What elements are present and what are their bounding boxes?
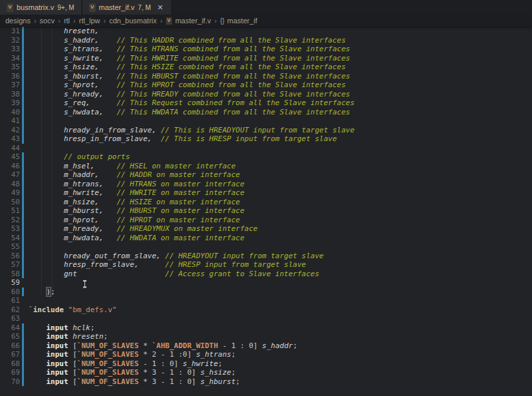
line-number[interactable]: 43 (0, 134, 20, 144)
code-text[interactable]: `include "bm_defs.v" (24, 305, 116, 315)
code-text[interactable]: s_htrans, // This HTRANS combined from a… (24, 45, 350, 54)
tab-busmatrix[interactable]: V busmatrix.v 9+, M (0, 0, 81, 15)
code-text[interactable]: input hclk; (24, 323, 94, 333)
code-text[interactable] (24, 116, 29, 126)
code-line[interactable]: 37 s_hprot, // This HPROT combined from … (0, 81, 532, 90)
code-text[interactable]: m_hready, // HREADYMUX on master interfa… (24, 224, 257, 234)
code-line[interactable]: 43 hresp_in_from_slave, // This is HRESP… (0, 134, 532, 144)
code-text[interactable]: input [`NUM_OF_SLAVES - 1 : 0] s_hwrite; (24, 359, 222, 369)
code-text[interactable]: hresetn, (24, 27, 99, 36)
line-number[interactable]: 49 (0, 188, 20, 198)
line-number[interactable]: 60 (0, 288, 20, 297)
code-text[interactable]: gnt // Access grant to Slave interfaces (24, 270, 319, 279)
line-number[interactable]: 42 (0, 126, 20, 135)
code-line[interactable]: 34 s_hwrite, // This HWRITE combined fro… (0, 54, 532, 63)
code-text[interactable] (24, 296, 29, 305)
line-number[interactable]: 39 (0, 99, 20, 108)
code-text[interactable]: s_hprot, // This HPROT combined from all… (24, 81, 346, 90)
code-line[interactable]: 65 input hresetn; (0, 332, 532, 341)
code-line[interactable]: 70 input [`NUM_OF_SLAVES * 3 - 1 : 0] s_… (0, 377, 532, 387)
code-line[interactable]: 45 // output ports (0, 152, 532, 162)
code-line[interactable]: 41 (0, 116, 532, 126)
line-number[interactable]: 48 (0, 180, 20, 189)
breadcrumb-item-master_if.v[interactable]: master_if.v (175, 17, 211, 25)
code-text[interactable]: s_hsize, // This HSIZE combined from all… (24, 63, 346, 72)
code-text[interactable]: m_hsize, // HSIZE on master interface (24, 198, 240, 207)
code-text[interactable]: input hresetn; (24, 332, 108, 341)
code-text[interactable]: hready_out_from_slave, // HREADYOUT inpu… (24, 252, 324, 261)
line-number[interactable]: 50 (0, 198, 20, 207)
code-line[interactable]: 52 m_hprot, // HPROT on master interface (0, 216, 532, 225)
line-number[interactable]: 46 (0, 162, 20, 171)
code-line[interactable]: 66 input [`NUM_OF_SLAVES * `AHB_ADDR_WID… (0, 341, 532, 351)
code-text[interactable]: input [`NUM_OF_SLAVES * 3 - 1 : 0] s_hbu… (24, 377, 240, 387)
tab-master-if[interactable]: V master_if.v 7, M ✕ (82, 0, 171, 15)
line-number[interactable]: 54 (0, 234, 20, 243)
code-text[interactable]: ); (24, 288, 55, 297)
line-number[interactable]: 55 (0, 242, 20, 252)
line-number[interactable]: 33 (0, 45, 20, 54)
code-line[interactable]: 42 hready_in_from_slave, // This is HREA… (0, 126, 532, 135)
line-number[interactable]: 37 (0, 81, 20, 90)
code-text[interactable]: hresp_in_from_slave, // This is HRESP in… (24, 134, 337, 144)
line-number[interactable]: 64 (0, 323, 20, 333)
code-line[interactable]: 47 m_haddr, // HADDR on master interface (0, 170, 532, 180)
code-text[interactable]: m_hburst, // HBURST on master interface (24, 206, 245, 216)
code-line[interactable]: 59 (0, 278, 532, 288)
code-text[interactable]: // output ports (24, 152, 130, 162)
code-line[interactable]: 62`include "bm_defs.v" (0, 305, 532, 315)
line-number[interactable]: 36 (0, 72, 20, 81)
code-text[interactable]: s_req, // This Request combined from all… (24, 99, 354, 108)
code-line[interactable]: 48 m_htrans, // HTRANS on master interfa… (0, 180, 532, 189)
line-number[interactable]: 53 (0, 224, 20, 234)
line-number[interactable]: 68 (0, 359, 20, 369)
line-number[interactable]: 67 (0, 350, 20, 359)
code-line[interactable]: 68 input [`NUM_OF_SLAVES - 1 : 0] s_hwri… (0, 359, 532, 369)
code-text[interactable]: input [`NUM_OF_SLAVES * 3 - 1 : 0] s_hsi… (24, 368, 235, 377)
code-line[interactable]: 56 hready_out_from_slave, // HREADYOUT i… (0, 252, 532, 261)
code-text[interactable] (24, 242, 29, 252)
code-line[interactable]: 58 gnt // Access grant to Slave interfac… (0, 270, 532, 279)
code-line[interactable]: 64 input hclk; (0, 323, 532, 333)
line-number[interactable]: 34 (0, 54, 20, 63)
line-number[interactable]: 63 (0, 314, 20, 323)
breadcrumb-item-designs[interactable]: designs (5, 17, 31, 25)
code-line[interactable]: 67 input [`NUM_OF_SLAVES * 2 - 1 :0] s_h… (0, 350, 532, 359)
code-line[interactable]: 51 m_hburst, // HBURST on master interfa… (0, 206, 532, 216)
line-number[interactable]: 44 (0, 144, 20, 153)
code-editor[interactable]: 31 hresetn,32 s_haddr, // This HADDR com… (0, 27, 532, 396)
line-number[interactable]: 69 (0, 368, 20, 377)
code-text[interactable]: hready_in_from_slave, // This is HREADYO… (24, 126, 354, 135)
line-number[interactable]: 32 (0, 36, 20, 45)
line-number[interactable]: 56 (0, 252, 20, 261)
line-number[interactable]: 41 (0, 116, 20, 126)
code-line[interactable]: 36 s_hburst, // This HBURST combined fro… (0, 72, 532, 81)
line-number[interactable]: 45 (0, 152, 20, 162)
code-text[interactable] (24, 278, 29, 288)
line-number[interactable]: 65 (0, 332, 20, 341)
code-line[interactable]: 38 s_hready, // This HREADY combined fro… (0, 90, 532, 99)
code-text[interactable]: m_hwdata, // HWDATA on master interface (24, 234, 245, 243)
code-line[interactable]: 40 s_hwdata, // This HWDATA combined fro… (0, 108, 532, 117)
code-text[interactable]: m_hsel, // HSEL on master interface (24, 162, 235, 171)
line-number[interactable]: 40 (0, 108, 20, 117)
code-text[interactable]: input [`NUM_OF_SLAVES * 2 - 1 :0] s_htra… (24, 350, 235, 359)
breadcrumb-item-master_if[interactable]: master_if (227, 17, 257, 25)
line-number[interactable]: 61 (0, 296, 20, 305)
code-text[interactable]: m_hprot, // HPROT on master interface (24, 216, 240, 225)
code-line[interactable]: 31 hresetn, (0, 27, 532, 36)
code-text[interactable]: m_hwrite, // HWRITE on master interface (24, 188, 245, 198)
code-line[interactable]: 60 ); (0, 288, 532, 297)
code-line[interactable]: 55 (0, 242, 532, 252)
code-text[interactable]: m_htrans, // HTRANS on master interface (24, 180, 245, 189)
line-number[interactable]: 31 (0, 27, 20, 36)
code-line[interactable]: 35 s_hsize, // This HSIZE combined from … (0, 63, 532, 72)
code-text[interactable] (24, 314, 29, 323)
breadcrumb-item-rtl_lpw[interactable]: rtl_lpw (79, 17, 100, 25)
code-text[interactable]: m_haddr, // HADDR on master interface (24, 170, 240, 180)
code-text[interactable]: hresp_from_slave, // HRESP input from ta… (24, 260, 306, 270)
code-line[interactable]: 61 (0, 296, 532, 305)
code-line[interactable]: 69 input [`NUM_OF_SLAVES * 3 - 1 : 0] s_… (0, 368, 532, 377)
line-number[interactable]: 58 (0, 270, 20, 279)
code-line[interactable]: 54 m_hwdata, // HWDATA on master interfa… (0, 234, 532, 243)
